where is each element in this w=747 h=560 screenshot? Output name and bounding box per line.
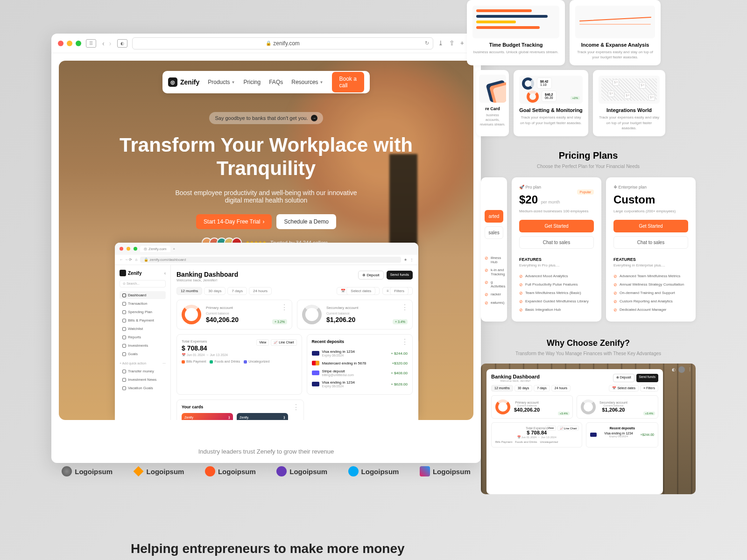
sidebar-watchlist[interactable]: Watchlist (120, 325, 166, 333)
safari-window: ☰ ‹› ◐ 🔒zenify.com↻ ⤓ ⇪ + ⧉ ◎Zenify Prod… (51, 34, 481, 463)
get-started-button[interactable]: Get Started (613, 220, 688, 232)
start-trial-button[interactable]: Start 14-Day Free Trial› (196, 214, 272, 229)
sidebar-goals[interactable]: Goals (120, 350, 166, 358)
partner-logo: Logoipsum (205, 466, 256, 476)
feature-card: Time Budget Trackingbusiness accounts. U… (467, 0, 565, 65)
get-started-button[interactable]: Get Started (519, 220, 594, 232)
pricing-section: Pricing Plans Choose the Perfect Plan fo… (481, 150, 696, 322)
dashboard-mock: ◎ Zenify.com + ← → ⟳⌂ 🔒 zenify.com/dashb… (115, 243, 418, 420)
back-icon: ‹ (101, 40, 106, 47)
partner-logo: Logoipsum (134, 466, 184, 476)
pricing-title: Pricing Plans (481, 150, 696, 161)
dashboard-title: Banking Dashboard (176, 271, 238, 278)
download-icon[interactable]: ⤓ (438, 39, 444, 47)
logos-section: Industry leaders trust Zenefy to grow th… (51, 448, 481, 476)
partner-logo: Logoipsum (276, 466, 327, 476)
why-dashboard-mock: Banking DashboardWelcome back, Jennifer!… (486, 369, 663, 494)
quick-vacation[interactable]: Vacation Goals (120, 384, 166, 392)
quick-transfer[interactable]: Transfer money (120, 367, 166, 375)
sidebar-icon[interactable]: ☰ (86, 39, 96, 48)
donut-icon (302, 305, 322, 324)
sidebar-transaction[interactable]: Transaction (120, 300, 166, 308)
deposit-button[interactable]: ⊕ Deposit (358, 271, 383, 280)
partner-logo: Logoipsum (62, 466, 113, 476)
price-card-enterprise: ❖ Enterprise plan Custom Large corporati… (606, 177, 696, 322)
traffic-lights[interactable] (58, 41, 81, 46)
share-icon[interactable]: ⇪ (449, 39, 455, 47)
hero-section: ◎Zenify Products▼ Pricing FAQs Resources… (59, 61, 473, 420)
partner-logo: Logoipsum (348, 466, 399, 476)
arrow-icon: → (311, 115, 317, 121)
tab-24h[interactable]: 24 hours (249, 287, 272, 295)
newtab-icon[interactable]: + (460, 39, 464, 47)
why-section: Why Choose Zenify? Transform the Way You… (481, 338, 696, 494)
chat-sales-button[interactable]: Chat to sales (613, 236, 688, 249)
cards-card: ⋮ Your cards Zenify⟫ Zenify.⟫ (176, 399, 304, 420)
sidebar: Zenify‹ ⊙ Search... Dashboard Transactio… (115, 265, 171, 420)
chevron-down-icon: ▼ (232, 80, 235, 84)
search-input[interactable]: ⊙ Search... (120, 280, 166, 287)
feature-card: $6.421.10 $40,206.20 +2% Goal Setting & … (514, 70, 588, 136)
hero-title: Transform Your Workplace withTranquility (59, 133, 473, 181)
sidebar-bills[interactable]: Bills & Payment (120, 316, 166, 324)
feature-card: 🏳️ 🏳️ 🏳️ 🏳️ 🏳️ Integrations WorldTrack y… (593, 70, 665, 136)
shield-icon[interactable]: ◐ (117, 39, 127, 48)
browser-tab[interactable]: ◎ Zenify.com (140, 246, 170, 252)
chevron-right-icon: › (262, 218, 264, 225)
quick-news[interactable]: Investment News (120, 376, 166, 384)
primary-account-card: Primary accountCurrent balance$40,206.20… (176, 300, 292, 329)
nav-products[interactable]: Products▼ (208, 79, 235, 85)
url-bar[interactable]: 🔒zenify.com↻ (132, 37, 433, 49)
chevron-down-icon: ▼ (320, 80, 324, 84)
feature-card: re Cardbusiness accounts, revenues strea… (476, 70, 509, 136)
lock-icon: 🔒 (266, 41, 271, 46)
top-nav: ◎Zenify Products▼ Pricing FAQs Resources… (162, 71, 370, 93)
chat-sales-button[interactable]: Chat to sales (519, 236, 594, 249)
select-dates[interactable]: 📅 Select dates (337, 287, 380, 295)
price-card-pro: 🚀 Pro planPopular $20 per month Medium-s… (512, 177, 601, 322)
nav-pricing[interactable]: Pricing (244, 79, 261, 85)
schedule-demo-button[interactable]: Schedule a Demo (276, 214, 336, 229)
tab-7d[interactable]: 7 days (227, 287, 247, 295)
sidebar-dashboard[interactable]: Dashboard (120, 291, 166, 299)
deposits-card: ⋮ Recent deposits Visa ending in 1234Exp… (307, 334, 413, 395)
sidebar-investments[interactable]: Investments (120, 342, 166, 350)
right-column: Time Budget Trackingbusiness accounts. U… (481, 0, 696, 494)
sidebar-reports[interactable]: Reports (120, 333, 166, 341)
expenses-card: Total Expenses $ 708.84 📅 Jun 01 2024 → … (176, 334, 302, 395)
tab-12m[interactable]: 12 months (176, 287, 202, 295)
sidebar-spending[interactable]: Spending Plan (120, 308, 166, 316)
feature-card: Income & Expanse AnalysisTrack your expe… (570, 0, 661, 65)
nav-faqs[interactable]: FAQs (269, 79, 283, 85)
secondary-account-card: Secondary accountCurrent balance$1,206.2… (297, 300, 413, 329)
donut-icon (182, 305, 201, 324)
browser-toolbar: ☰ ‹› ◐ 🔒zenify.com↻ ⤓ ⇪ + ⧉ (51, 34, 481, 53)
inner-url[interactable]: 🔒 zenify.com/dashboard (140, 257, 401, 263)
forward-icon: › (108, 40, 113, 47)
nav-arrows[interactable]: ‹› (101, 40, 113, 47)
brand-logo[interactable]: ◎Zenify (168, 77, 199, 87)
reload-icon: ↻ (425, 40, 429, 46)
tab-30d[interactable]: 30 days (204, 287, 226, 295)
partner-logo: Logoipsum (420, 466, 471, 476)
book-call-button[interactable]: Book a call (332, 72, 365, 92)
filters-button[interactable]: ≡ Filters (382, 287, 413, 295)
send-funds-button[interactable]: Send funds (387, 271, 413, 280)
price-card-partial: arted sales illness Hub k-in and Trackin… (481, 177, 507, 322)
tagline: Helping entrepreneurs to make more money (131, 541, 405, 556)
nav-resources[interactable]: Resources▼ (291, 79, 323, 85)
hero-subtitle: Boost employee productivity and well-bei… (168, 189, 364, 204)
hero-pill: Say goodbye to banks that don't get you.… (209, 112, 323, 124)
